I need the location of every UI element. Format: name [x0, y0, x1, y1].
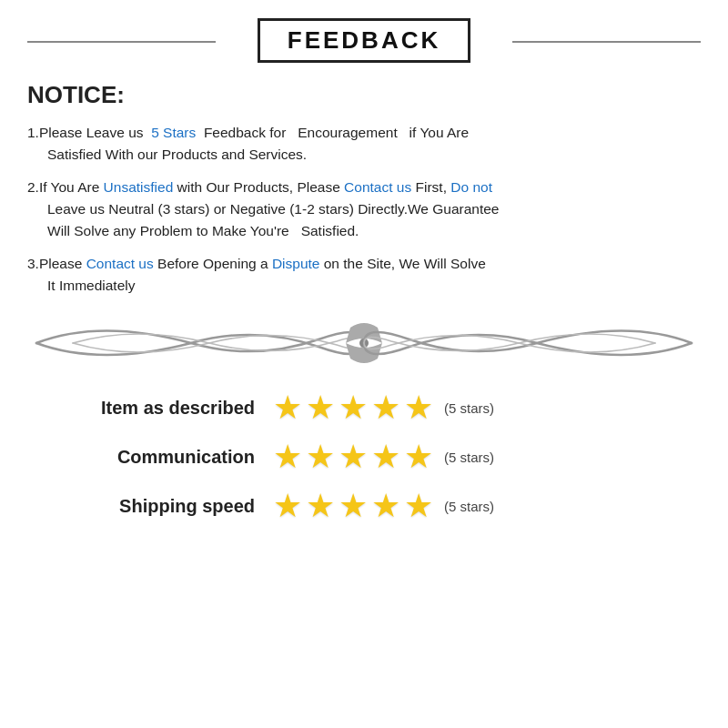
star-count-communication: (5 stars) [444, 450, 494, 465]
notice-2-highlight-donot: Do not [450, 179, 492, 195]
notice-2-highlight-unsatisfied: Unsatisfied [104, 179, 174, 195]
stars-shipping: ★ ★ ★ ★ ★ (5 stars) [273, 490, 494, 522]
notice-3-text-a: 3.Please [27, 256, 86, 271]
notice-item-2: 2.If You Are Unsatisfied with Our Produc… [27, 177, 701, 242]
notice-3-text-c: on the Site, We Will Solve [319, 256, 485, 271]
rating-label-shipping: Shipping speed [36, 496, 273, 517]
star-2: ★ [306, 490, 335, 522]
notice-2-line3: Will Solve any Problem to Make You're Sa… [27, 220, 701, 242]
rating-label-communication: Communication [36, 447, 273, 468]
notice-item-1: 1.Please Leave us 5 Stars Feedback for E… [27, 122, 701, 166]
notice-1-text-b: Feedback for Encouragement if You Are [196, 125, 469, 140]
star-3: ★ [339, 490, 368, 522]
star-count-item: (5 stars) [444, 400, 494, 416]
notice-section: NOTICE: 1.Please Leave us 5 Stars Feedba… [27, 81, 701, 297]
notice-1-line2: Satisfied With our Products and Services… [27, 144, 701, 166]
star-3: ★ [339, 440, 368, 473]
stars-communication: ★ ★ ★ ★ ★ (5 stars) [273, 440, 494, 473]
star-4: ★ [371, 440, 400, 473]
notice-2-text-b: with Our Products, Please [173, 179, 344, 195]
stars-item: ★ ★ ★ ★ ★ (5 stars) [273, 391, 494, 424]
notice-3-highlight-dispute: Dispute [272, 256, 320, 271]
notice-2-highlight-contact: Contact us [344, 179, 411, 195]
notice-3-highlight-contact: Contact us [86, 256, 154, 271]
rating-row-communication: Communication ★ ★ ★ ★ ★ (5 stars) [36, 440, 692, 473]
notice-item-3: 3.Please Contact us Before Opening a Dis… [27, 253, 701, 297]
notice-2-text-c: First, [411, 179, 450, 195]
notice-list: 1.Please Leave us 5 Stars Feedback for E… [27, 122, 701, 297]
star-4: ★ [371, 490, 400, 522]
star-1: ★ [273, 490, 302, 522]
notice-3-line2: It Immediately [27, 275, 701, 297]
star-1: ★ [273, 440, 302, 473]
ornament-svg [27, 314, 701, 373]
feedback-header: FEEDBACK [27, 18, 701, 63]
notice-3-text-b: Before Opening a [154, 256, 272, 271]
rating-section: Item as described ★ ★ ★ ★ ★ (5 stars) Co… [27, 391, 701, 522]
feedback-title: FEEDBACK [258, 18, 470, 63]
star-2: ★ [306, 440, 335, 473]
page-container: FEEDBACK NOTICE: 1.Please Leave us 5 Sta… [0, 0, 728, 728]
rating-label-item: Item as described [36, 398, 273, 419]
notice-1-text-a: 1.Please Leave us [27, 125, 151, 140]
star-5: ★ [404, 440, 433, 473]
notice-title: NOTICE: [27, 81, 701, 109]
notice-1-highlight-stars: 5 Stars [151, 125, 196, 140]
star-count-shipping: (5 stars) [444, 499, 494, 514]
rating-row-shipping: Shipping speed ★ ★ ★ ★ ★ (5 stars) [36, 490, 692, 522]
star-3: ★ [339, 391, 368, 424]
notice-2-text-a: 2.If You Are [27, 179, 104, 195]
divider-ornament [27, 311, 701, 375]
notice-2-line2: Leave us Neutral (3 stars) or Negative (… [27, 198, 701, 220]
star-1: ★ [273, 391, 302, 424]
star-4: ★ [371, 391, 400, 424]
star-2: ★ [306, 391, 335, 424]
star-5: ★ [404, 490, 433, 522]
rating-row-item: Item as described ★ ★ ★ ★ ★ (5 stars) [36, 391, 692, 424]
star-5: ★ [404, 391, 433, 424]
